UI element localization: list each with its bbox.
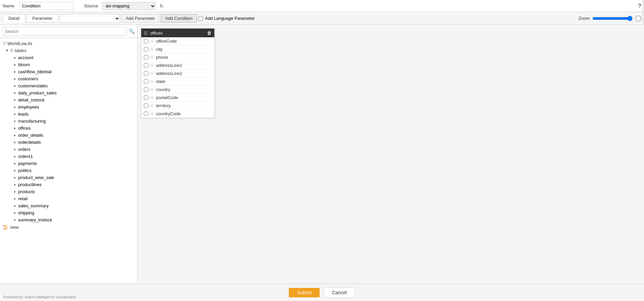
chevron-payments: ►	[13, 162, 17, 165]
canvas-area: ☷ offices 🗑 ☉ officeCode ☉ city ☉ phone	[138, 25, 644, 284]
search-input[interactable]	[3, 27, 127, 36]
offices-delete-icon[interactable]: 🗑	[207, 30, 212, 36]
tree-item-customers[interactable]: ► customers	[5, 75, 137, 82]
tree-item-account[interactable]: ► account	[5, 54, 137, 61]
tab-parameter[interactable]: Parameter	[26, 14, 58, 23]
grid-icon: ☷	[3, 41, 6, 46]
add-condition-button[interactable]: Add Condition	[161, 14, 197, 23]
tree-item-productlines[interactable]: ► productlines	[5, 181, 137, 188]
offices-card: ☷ offices 🗑 ☉ officeCode ☉ city ☉ phone	[141, 28, 215, 118]
tree-item-sales-summary[interactable]: ► sales_summary	[5, 202, 137, 209]
checkbox-state[interactable]	[144, 79, 148, 84]
name-input[interactable]	[20, 2, 73, 10]
refresh-icon[interactable]: ↻	[160, 3, 164, 9]
label-customerstates: customerstates	[18, 83, 48, 88]
tab-detail[interactable]: Detail	[3, 14, 25, 23]
tree-root-item[interactable]: ☷ WorldLow.ds	[0, 40, 137, 47]
label-offices: offices	[18, 126, 31, 131]
checkbox-postalCode[interactable]	[144, 95, 148, 100]
chevron-ss: ►	[13, 204, 17, 208]
tree-item-customerstates[interactable]: ► customerstates	[5, 82, 137, 89]
table-icon: ☷	[144, 31, 148, 36]
checkbox-territory[interactable]	[144, 103, 148, 108]
label-account: account	[18, 55, 34, 60]
tables-chevron: ▼	[5, 49, 9, 52]
offices-row-country: ☉ country	[141, 86, 214, 94]
label-orders1: orders1	[18, 154, 33, 159]
tree-item-view[interactable]: 📜 view	[0, 223, 137, 231]
chevron-customers: ►	[13, 77, 17, 81]
tree-item-offices[interactable]: ► offices	[5, 125, 137, 132]
zoom-area: Zoom	[579, 15, 641, 22]
field-state: state	[156, 79, 165, 84]
circle-icon-countryCode: ☉	[150, 112, 154, 116]
tree-item-cashflow[interactable]: ► cashflow_bibirbal	[5, 68, 137, 75]
zoom-label: Zoom	[579, 16, 590, 21]
zoom-circle-indicator	[635, 15, 641, 22]
add-parameter-button[interactable]: Add Parameter	[121, 14, 159, 23]
zoom-slider[interactable]	[592, 16, 633, 21]
chevron-od: ►	[13, 133, 17, 137]
tables-header[interactable]: ▼ ☷ tables	[5, 47, 137, 54]
tree-item-orders1[interactable]: ► orders1	[5, 153, 137, 160]
chevron-orders1: ►	[13, 155, 17, 158]
field-territory: territory	[156, 103, 171, 108]
help-icon[interactable]: ?	[638, 3, 641, 9]
field-officeCode: officeCode	[156, 39, 177, 44]
tree-item-summary-instock[interactable]: ► summary_instock	[5, 216, 137, 223]
tables-section: ▼ ☷ tables ► account ► bloom ► cashflow_…	[0, 47, 137, 223]
checkbox-officeCode[interactable]	[144, 39, 148, 43]
checkbox-addressLine1[interactable]	[144, 63, 148, 68]
language-param-checkbox[interactable]	[198, 16, 203, 21]
tree-item-leads[interactable]: ► leads	[5, 111, 137, 118]
language-param-label: Add Language Parameter	[205, 16, 255, 21]
label-dps: daily_product_sales	[18, 90, 57, 95]
db-icon: 📜	[3, 225, 8, 230]
checkbox-city[interactable]	[144, 47, 148, 51]
tree-item-employees[interactable]: ► employees	[5, 103, 137, 111]
tree-item-products[interactable]: ► products	[5, 188, 137, 195]
cancel-button[interactable]: Cancel	[324, 288, 355, 298]
submit-button[interactable]: Submit	[289, 288, 320, 297]
tree-item-orders[interactable]: ► orders	[5, 146, 137, 153]
footer-text: Powered by: Active Intelligence Visualiz…	[3, 295, 76, 299]
tab-dropdown[interactable]	[60, 14, 120, 23]
tree-item-daily-product-sales[interactable]: ► daily_product_sales	[5, 89, 137, 96]
checkbox-country[interactable]	[144, 87, 148, 92]
chevron-orderdetails: ►	[13, 140, 17, 144]
source-select[interactable]: aiv-mapping	[102, 2, 156, 10]
chevron-cashflow: ►	[13, 70, 17, 74]
label-products: products	[18, 189, 35, 194]
tree-item-shipping[interactable]: ► shipping	[5, 209, 137, 216]
tree-item-politics[interactable]: ► politics	[5, 167, 137, 174]
tree-item-orderdetails[interactable]: ► orderdetails	[5, 139, 137, 146]
label-di: detail_instock	[18, 97, 45, 102]
checkbox-phone[interactable]	[144, 55, 148, 59]
label-bloom: bloom	[18, 62, 30, 67]
chevron-dps: ►	[13, 91, 17, 95]
label-politics: politics	[18, 168, 32, 173]
tree-area: ☷ WorldLow.ds ▼ ☷ tables ► account ► blo…	[0, 38, 137, 284]
tree-item-product-wise-sale[interactable]: ► product_wise_sale	[5, 174, 137, 181]
tree-item-order-details[interactable]: ► order_details	[5, 132, 137, 139]
root-label: WorldLow.ds	[7, 41, 32, 46]
tree-item-bloom[interactable]: ► bloom	[5, 61, 137, 68]
circle-icon-phone: ☉	[150, 55, 154, 60]
label-mfg: manufacturing	[18, 119, 46, 124]
label-retail: retail	[18, 196, 28, 201]
field-city: city	[156, 47, 163, 52]
tree-item-manufacturing[interactable]: ► manufacturing	[5, 118, 137, 125]
circle-icon-country: ☉	[150, 87, 154, 92]
tree-item-detail-instock[interactable]: ► detail_instock	[5, 96, 137, 103]
tree-item-payments[interactable]: ► payments	[5, 160, 137, 167]
tree-item-retail[interactable]: ► retail	[5, 195, 137, 202]
checkbox-addressLine2[interactable]	[144, 71, 148, 76]
bottom-bar: Submit Cancel Powered by: Active Intelli…	[0, 284, 644, 301]
offices-row-state: ☉ state	[141, 78, 214, 86]
checkbox-countryCode[interactable]	[144, 112, 148, 116]
field-country: country	[156, 87, 170, 92]
search-icon[interactable]: 🔍	[129, 29, 135, 34]
label-shipping: shipping	[18, 210, 34, 215]
chevron-offices: ►	[13, 126, 17, 130]
chevron-customerstates: ►	[13, 84, 17, 88]
